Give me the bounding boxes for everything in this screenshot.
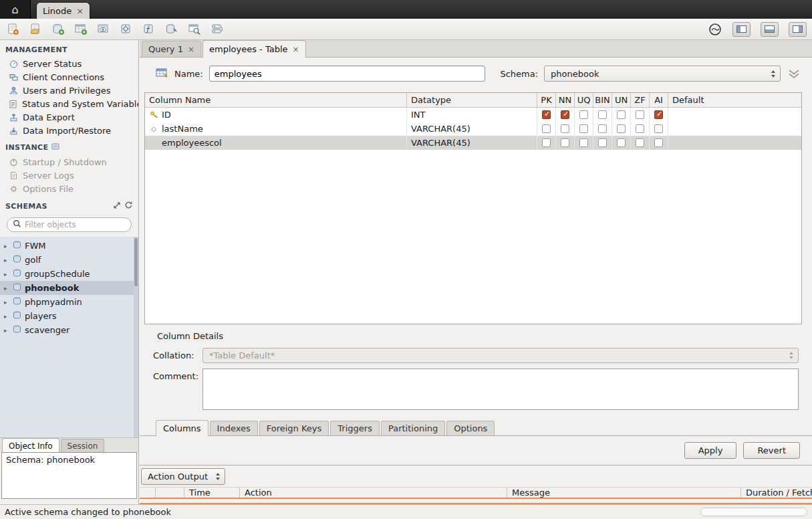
chevron-right-icon[interactable]: ▸ [4, 285, 9, 292]
reconnect-server-icon[interactable] [210, 22, 225, 37]
sidebar-item-users-and-privileges[interactable]: Users and Privileges [0, 84, 138, 97]
datatype-cell[interactable]: INT [407, 108, 537, 122]
tab-object-info[interactable]: Object Info [2, 438, 59, 453]
default-cell[interactable] [668, 136, 801, 150]
inspect-table-icon[interactable] [164, 22, 179, 37]
un-checkbox[interactable] [617, 124, 626, 133]
tab-session[interactable]: Session [61, 439, 105, 452]
column-name-cell[interactable]: ID [162, 110, 171, 120]
ai-checkbox[interactable] [654, 138, 663, 147]
table-name-input[interactable] [209, 66, 486, 82]
schema-scrollbar-thumb[interactable] [134, 238, 138, 286]
sidebar-item-options-file[interactable]: Options File [0, 182, 138, 195]
new-function-icon[interactable] [142, 22, 156, 37]
nn-checkbox[interactable] [561, 124, 569, 133]
tab-employees-table[interactable]: employees - Table × [202, 40, 306, 58]
expand-schemas-icon[interactable] [113, 201, 121, 211]
bin-checkbox[interactable] [598, 124, 607, 133]
bin-checkbox[interactable] [598, 110, 607, 119]
zf-checkbox[interactable] [636, 110, 644, 119]
chevron-right-icon[interactable]: ▸ [4, 257, 9, 264]
subtab-indexes[interactable]: Indexes [210, 421, 258, 435]
subtab-foreign-keys[interactable]: Foreign Keys [259, 421, 329, 435]
revert-button[interactable]: Revert [743, 442, 800, 459]
zf-checkbox[interactable] [636, 124, 644, 133]
toggle-output-panel-button[interactable] [761, 22, 779, 37]
nn-checkbox[interactable] [561, 110, 569, 119]
nn-checkbox[interactable] [561, 138, 569, 147]
sidebar-item-server-logs[interactable]: Server Logs [0, 169, 138, 182]
datatype-cell[interactable]: VARCHAR(45) [407, 122, 537, 136]
column-name-cell[interactable]: lastName [162, 124, 203, 134]
schema-filter-input[interactable] [25, 220, 126, 229]
chevron-right-icon[interactable]: ▸ [4, 243, 9, 249]
open-sql-script-icon[interactable] [28, 22, 43, 37]
new-view-icon[interactable] [96, 22, 111, 37]
pk-checkbox[interactable] [542, 124, 551, 133]
schema-item-fwm[interactable]: ▸ FWM [0, 239, 138, 253]
schema-select[interactable]: phonebook [544, 66, 781, 82]
apply-button[interactable]: Apply [684, 442, 737, 459]
horizontal-scrollbar[interactable] [700, 508, 807, 516]
subtab-columns[interactable]: Columns [156, 420, 209, 436]
collapse-editor-header-button[interactable] [787, 68, 801, 80]
schema-item-scavenger[interactable]: ▸ scavenger [0, 323, 138, 337]
chevron-right-icon[interactable]: ▸ [4, 271, 9, 278]
chevron-right-icon[interactable]: ▸ [4, 299, 9, 306]
toggle-sidebar-panel-button[interactable] [732, 22, 751, 37]
default-cell[interactable] [668, 108, 801, 122]
uq-checkbox[interactable] [579, 138, 588, 147]
zf-checkbox[interactable] [636, 138, 644, 147]
comment-row: Comment: [140, 366, 812, 413]
chevron-right-icon[interactable]: ▸ [4, 327, 9, 334]
connection-tab-linode[interactable]: Linode × [36, 2, 90, 19]
pk-checkbox[interactable] [542, 110, 551, 119]
default-cell[interactable] [668, 122, 801, 136]
sidebar-item-data-export[interactable]: Data Export [0, 110, 138, 124]
subtab-partitioning[interactable]: Partitioning [381, 421, 445, 435]
bin-checkbox[interactable] [598, 138, 607, 147]
home-tab-button[interactable]: ⌂ [0, 0, 31, 19]
close-icon[interactable]: × [188, 45, 194, 54]
ai-checkbox[interactable] [654, 110, 663, 119]
un-checkbox[interactable] [617, 110, 626, 119]
subtab-options[interactable]: Options [446, 421, 495, 435]
pk-checkbox[interactable] [542, 138, 551, 147]
sidebar-item-data-import[interactable]: Data Import/Restore [0, 124, 138, 137]
close-icon[interactable]: × [76, 7, 84, 15]
new-procedure-icon[interactable] [119, 22, 134, 37]
uq-checkbox[interactable] [579, 124, 588, 133]
table-row-lastname[interactable]: ◇ lastName VARCHAR(45) [145, 122, 801, 136]
column-name-cell[interactable]: employeescol [162, 138, 222, 148]
refresh-schemas-icon[interactable] [124, 201, 133, 211]
schema-scrollbar[interactable] [134, 237, 138, 437]
output-selector[interactable]: Action Output [141, 468, 225, 485]
sidebar-item-client-connections[interactable]: Client Connections [0, 70, 138, 84]
ai-checkbox[interactable] [654, 124, 663, 133]
new-schema-icon[interactable] [51, 22, 65, 37]
close-icon[interactable]: × [293, 45, 299, 54]
schema-item-groupschedule[interactable]: ▸ groupSchedule [0, 267, 138, 281]
sidebar-item-startup-shutdown[interactable]: Startup / Shutdown [0, 155, 138, 169]
schema-icon [13, 283, 21, 293]
new-query-tab-icon[interactable] [5, 22, 20, 37]
uq-checkbox[interactable] [579, 110, 588, 119]
datatype-cell[interactable]: VARCHAR(45) [407, 136, 537, 150]
comment-textarea[interactable] [202, 369, 799, 410]
chevron-right-icon[interactable]: ▸ [4, 313, 9, 320]
table-row-employeescol[interactable]: employeescol VARCHAR(45) [145, 136, 801, 150]
sidebar-item-status-system-variables[interactable]: Status and System Variables [0, 97, 138, 110]
schema-item-players[interactable]: ▸ players [0, 309, 138, 323]
search-data-icon[interactable] [187, 22, 202, 37]
toggle-secondary-panel-button[interactable] [789, 22, 807, 37]
schema-item-phonebook[interactable]: ▸ phonebook [0, 281, 138, 295]
table-row-id[interactable]: ID INT [145, 108, 801, 122]
schema-item-golf[interactable]: ▸ golf [0, 253, 138, 267]
sidebar-item-server-status[interactable]: Server Status [0, 57, 138, 70]
subtab-triggers[interactable]: Triggers [330, 421, 380, 435]
schema-item-phpmyadmin[interactable]: ▸ phpmyadmin [0, 295, 138, 309]
new-table-icon[interactable] [74, 22, 88, 37]
un-checkbox[interactable] [617, 138, 626, 147]
table-icon [156, 68, 168, 80]
tab-query-1[interactable]: Query 1 × [142, 41, 201, 57]
